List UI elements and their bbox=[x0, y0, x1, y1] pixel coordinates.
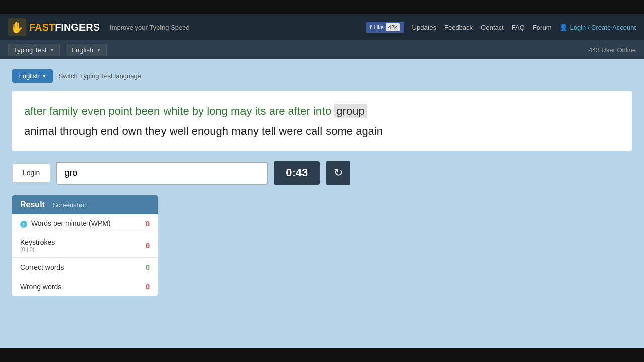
controls-row: Login 0:43 ↻ bbox=[12, 161, 632, 185]
logo-text: FASTFINGERS bbox=[29, 22, 100, 33]
result-panel: Result Screenshot i Words per minute (WP… bbox=[12, 195, 158, 296]
reset-icon: ↻ bbox=[334, 166, 343, 179]
nav-faq[interactable]: FAQ bbox=[512, 24, 525, 31]
language-bar: English ▼ Switch Typing Test language bbox=[12, 69, 632, 83]
result-header: Result Screenshot bbox=[12, 195, 158, 214]
lang-btn-arrow: ▼ bbox=[42, 73, 47, 79]
login-button[interactable]: Login bbox=[12, 163, 50, 183]
timer-display: 0:43 bbox=[274, 161, 320, 185]
result-row-keystrokes: Keystrokes (0 | 0) 0 bbox=[12, 233, 158, 258]
wrong-words-value: 0 bbox=[146, 282, 150, 291]
typing-test-dropdown[interactable]: Typing Test ▼ bbox=[8, 44, 60, 56]
nav-forum[interactable]: Forum bbox=[533, 24, 552, 31]
screenshot-link[interactable]: Screenshot bbox=[53, 201, 86, 209]
fb-icon: f bbox=[370, 24, 372, 30]
current-word: group bbox=[334, 104, 366, 118]
nav-contact[interactable]: Contact bbox=[481, 24, 504, 31]
main-content: English ▼ Switch Typing Test language af… bbox=[0, 59, 644, 348]
svg-text:✋: ✋ bbox=[10, 21, 24, 34]
correct-words-value: 0 bbox=[146, 263, 150, 272]
english-lang-button[interactable]: English ▼ bbox=[12, 69, 53, 83]
user-online-count: 443 User Online bbox=[589, 46, 636, 54]
keystroke-sub: (0 | 0) bbox=[20, 246, 146, 252]
wpm-label: i Words per minute (WPM) bbox=[20, 219, 146, 228]
typing-area: after family even point been white by lo… bbox=[12, 91, 632, 151]
typed-words: after family even point been white by lo… bbox=[24, 105, 331, 117]
correct-words-label: Correct words bbox=[20, 263, 146, 272]
keystrokes-value: 0 bbox=[146, 241, 150, 250]
dropdown1-arrow: ▼ bbox=[50, 47, 55, 53]
nav-feedback[interactable]: Feedback bbox=[444, 24, 473, 31]
switch-lang-text: Switch Typing Test language bbox=[59, 72, 141, 80]
logo: ✋ FASTFINGERS bbox=[8, 18, 100, 36]
typing-input[interactable] bbox=[56, 162, 268, 185]
wpm-value: 0 bbox=[146, 219, 150, 228]
reset-button[interactable]: ↻ bbox=[326, 161, 350, 185]
language-dropdown[interactable]: English ▼ bbox=[66, 44, 107, 56]
facebook-like[interactable]: f Like 42k bbox=[366, 22, 404, 33]
nav-updates[interactable]: Updates bbox=[412, 24, 436, 31]
header: ✋ FASTFINGERS Improve your Typing Speed … bbox=[0, 14, 644, 40]
info-icon: i bbox=[20, 221, 27, 228]
result-row-wpm: i Words per minute (WPM) 0 bbox=[12, 214, 158, 233]
dropdown2-arrow: ▼ bbox=[96, 47, 101, 53]
upcoming-words: animal through end own they well enough … bbox=[24, 125, 383, 137]
tagline: Improve your Typing Speed bbox=[110, 24, 190, 31]
sub-header: Typing Test ▼ English ▼ 443 User Online bbox=[0, 40, 644, 59]
login-create-account[interactable]: 👤 Login / Create Account bbox=[559, 24, 636, 31]
fb-count: 42k bbox=[386, 23, 400, 31]
logo-icon: ✋ bbox=[8, 18, 26, 36]
keystrokes-label: Keystrokes (0 | 0) bbox=[20, 238, 146, 252]
header-right: f Like 42k Updates Feedback Contact FAQ … bbox=[366, 22, 636, 33]
wrong-words-label: Wrong words bbox=[20, 283, 146, 291]
result-row-correct-words: Correct words 0 bbox=[12, 258, 158, 277]
user-icon: 👤 bbox=[559, 24, 568, 31]
result-row-wrong-words: Wrong words 0 bbox=[12, 277, 158, 296]
result-title: Result bbox=[20, 200, 45, 209]
